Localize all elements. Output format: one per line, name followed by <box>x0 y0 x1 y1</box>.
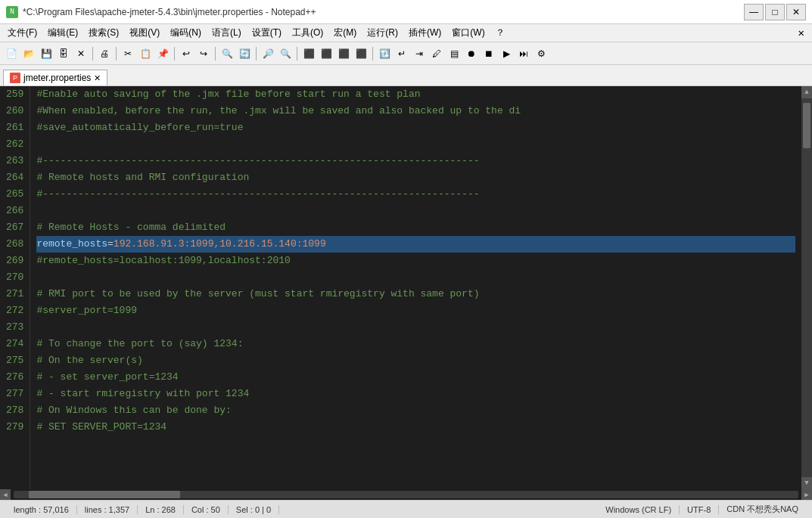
line-number: 271 <box>6 286 23 302</box>
tb-print[interactable]: 🖨 <box>96 45 113 62</box>
line-number: 269 <box>6 253 23 269</box>
code-line: remote_hosts=192.168.91.3:1099,10.216.15… <box>36 236 795 253</box>
line-number: 275 <box>6 352 23 369</box>
line-number: 276 <box>6 369 23 386</box>
close-button[interactable]: ✕ <box>786 4 806 20</box>
status-length: length : 57,016 <box>6 505 77 514</box>
scrollbar-thumb[interactable] <box>803 103 810 148</box>
code-line <box>36 269 795 286</box>
maximize-button[interactable]: □ <box>765 4 785 20</box>
tab-jmeter-properties[interactable]: P jmeter.properties ✕ <box>3 70 107 85</box>
line-numbers: 2592602612622632642652662672682692702712… <box>0 86 30 489</box>
horizontal-scrollbar-track[interactable] <box>14 491 798 498</box>
horizontal-scrollbar-container[interactable]: ◀ ▶ <box>0 489 812 500</box>
menu-tools[interactable]: 工具(O) <box>288 25 328 41</box>
line-number: 267 <box>6 219 23 236</box>
menu-macro[interactable]: 宏(M) <box>329 25 361 41</box>
status-sel: Sel : 0 | 0 <box>229 505 279 514</box>
tb-highlight[interactable]: 🖊 <box>428 45 445 62</box>
vertical-scrollbar[interactable]: ▲ ▼ <box>801 86 812 489</box>
code-line <box>36 203 795 219</box>
menu-view[interactable]: 视图(V) <box>125 25 164 41</box>
tb-macro3[interactable]: ⬛ <box>335 45 352 62</box>
code-key: remote_hosts <box>36 238 107 250</box>
line-number: 274 <box>6 336 23 352</box>
menu-encode[interactable]: 编码(N) <box>166 25 206 41</box>
code-line <box>36 136 795 153</box>
line-number: 273 <box>6 319 23 336</box>
tb-macro2[interactable]: ⬛ <box>318 45 334 62</box>
tb-panel[interactable]: ▤ <box>446 45 462 62</box>
minimize-button[interactable]: — <box>744 4 764 20</box>
tb-macro1[interactable]: ⬛ <box>300 45 317 62</box>
line-number: 279 <box>6 419 23 436</box>
code-line: # - start rmiregistry with port 1234 <box>36 386 795 402</box>
code-line: # SET SERVER_PORT=1234 <box>36 419 795 436</box>
menu-file[interactable]: 文件(F) <box>3 25 42 41</box>
code-line: #save_automatically_before_run=true <box>36 119 795 136</box>
line-number: 263 <box>6 153 23 169</box>
tb-macro4[interactable]: ⬛ <box>353 45 369 62</box>
window-title: *C:\Program Files\apache-jmeter-5.4.3\bi… <box>23 7 316 17</box>
status-encoding: UTF-8 <box>680 505 719 514</box>
line-number: 270 <box>6 269 23 286</box>
menu-window[interactable]: 窗口(W) <box>447 25 489 41</box>
line-number: 262 <box>6 136 23 153</box>
menu-edit[interactable]: 编辑(E) <box>43 25 82 41</box>
code-line: # - set server_port=1234 <box>36 369 795 386</box>
tab-label: jmeter.properties <box>23 73 91 83</box>
toolbar: 📄 📂 💾 🗄 ✕ 🖨 ✂ 📋 📌 ↩ ↪ 🔍 🔄 🔎 🔍 ⬛ ⬛ ⬛ ⬛ 🔃 … <box>0 42 812 65</box>
line-number: 265 <box>6 186 23 203</box>
line-number: 277 <box>6 386 23 402</box>
tb-record[interactable]: ⏺ <box>463 45 480 62</box>
tb-redo[interactable]: ↪ <box>195 45 212 62</box>
line-number: 259 <box>6 86 23 103</box>
code-line <box>36 319 795 336</box>
menu-settings[interactable]: 设置(T) <box>247 25 286 41</box>
tb-indent[interactable]: ⇥ <box>411 45 428 62</box>
tb-play[interactable]: ▶ <box>498 45 515 62</box>
tb-sync[interactable]: 🔃 <box>376 45 393 62</box>
menu-search[interactable]: 搜索(S) <box>84 25 123 41</box>
tb-wrap[interactable]: ↵ <box>394 45 410 62</box>
tb-extra[interactable]: ⚙ <box>533 45 549 62</box>
status-lines: lines : 1,357 <box>77 505 138 514</box>
menu-plugins[interactable]: 插件(W) <box>404 25 446 41</box>
tb-cut[interactable]: ✂ <box>120 45 136 62</box>
tab-icon: P <box>10 73 20 83</box>
tb-new[interactable]: 📄 <box>3 45 20 62</box>
tb-replace[interactable]: 🔄 <box>236 45 253 62</box>
status-ln: Ln : 268 <box>138 505 184 514</box>
line-number: 264 <box>6 169 23 186</box>
menu-close-button[interactable]: ✕ <box>794 26 809 39</box>
code-line: # RMI port to be used by the server (mus… <box>36 286 795 302</box>
code-line: #---------------------------------------… <box>36 186 795 203</box>
tab-close-icon[interactable]: ✕ <box>94 73 101 83</box>
horizontal-scrollbar-thumb[interactable] <box>29 491 180 498</box>
tb-saveall[interactable]: 🗄 <box>55 45 72 62</box>
tb-paste[interactable]: 📌 <box>154 45 171 62</box>
menu-help[interactable]: ？ <box>491 25 509 41</box>
line-number: 260 <box>6 103 23 119</box>
menu-run[interactable]: 运行(R) <box>362 25 403 41</box>
tb-zoom-in[interactable]: 🔎 <box>260 45 276 62</box>
code-content[interactable]: #Enable auto saving of the .jmx file bef… <box>30 86 801 489</box>
code-line: # Remote Hosts - comma delimited <box>36 219 795 236</box>
code-line: # Remote hosts and RMI configuration <box>36 169 795 186</box>
tb-open[interactable]: 📂 <box>20 45 37 62</box>
code-line: # On the server(s) <box>36 352 795 369</box>
tb-close[interactable]: ✕ <box>73 45 89 62</box>
line-number: 268 <box>6 236 23 253</box>
tb-save[interactable]: 💾 <box>38 45 54 62</box>
tb-find[interactable]: 🔍 <box>219 45 235 62</box>
tb-copy[interactable]: 📋 <box>137 45 154 62</box>
code-editor[interactable]: 2592602612622632642652662672682692702712… <box>0 86 812 489</box>
code-line: #---------------------------------------… <box>36 153 795 169</box>
tb-zoom-out[interactable]: 🔍 <box>277 45 294 62</box>
code-line: #Enable auto saving of the .jmx file bef… <box>36 86 795 103</box>
tb-play2[interactable]: ⏭ <box>515 45 532 62</box>
app-icon: N <box>6 6 18 18</box>
tb-stop[interactable]: ⏹ <box>481 45 497 62</box>
menu-language[interactable]: 语言(L) <box>207 25 246 41</box>
tb-undo[interactable]: ↩ <box>178 45 194 62</box>
